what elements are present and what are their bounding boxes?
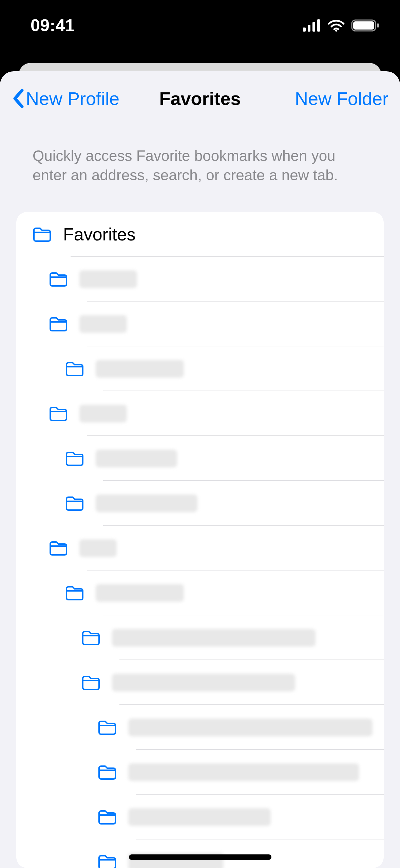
- folder-row[interactable]: [16, 615, 384, 660]
- chevron-left-icon: [12, 88, 24, 109]
- folder-icon: [98, 720, 128, 735]
- status-time: 09:41: [31, 16, 75, 35]
- folder-row[interactable]: [16, 839, 384, 868]
- folder-icon: [49, 272, 79, 287]
- folder-row[interactable]: [16, 705, 384, 750]
- folder-row[interactable]: [16, 750, 384, 795]
- folder-icon: [65, 585, 96, 600]
- description-text: Quickly access Favorite bookmarks when y…: [0, 126, 400, 212]
- folder-label: [96, 360, 184, 378]
- folder-icon: [65, 361, 96, 376]
- folder-row[interactable]: [16, 795, 384, 839]
- nav-bar: New Profile Favorites New Folder: [0, 71, 400, 126]
- folder-icon: [81, 630, 112, 645]
- folder-label: [112, 674, 295, 691]
- folder-label: [79, 405, 127, 422]
- folder-row[interactable]: [16, 257, 384, 302]
- folder-label: [128, 719, 373, 736]
- svg-rect-6: [353, 21, 374, 30]
- wifi-icon: [327, 19, 345, 32]
- folder-row[interactable]: [16, 346, 384, 391]
- folder-row[interactable]: [16, 660, 384, 705]
- folder-icon: [33, 227, 63, 242]
- folder-label: [112, 629, 316, 647]
- folder-row[interactable]: Favorites: [16, 212, 384, 257]
- folder-icon: [98, 765, 128, 780]
- back-button[interactable]: New Profile: [12, 88, 119, 109]
- folder-row[interactable]: [16, 481, 384, 526]
- folder-label: [128, 808, 271, 826]
- folder-label: [96, 450, 177, 467]
- page-title: Favorites: [159, 88, 241, 109]
- folder-label: [96, 494, 197, 512]
- folder-label: [96, 584, 184, 602]
- back-label: New Profile: [26, 88, 119, 109]
- folder-label: [79, 315, 127, 333]
- folder-label: [79, 539, 117, 557]
- svg-rect-2: [312, 22, 315, 32]
- battery-icon: [351, 19, 380, 32]
- new-folder-button[interactable]: New Folder: [295, 88, 388, 109]
- status-indicators: [303, 19, 380, 32]
- svg-point-4: [335, 30, 337, 32]
- folder-row[interactable]: [16, 571, 384, 615]
- folder-row[interactable]: [16, 526, 384, 571]
- folder-icon: [49, 541, 79, 556]
- folder-row[interactable]: [16, 391, 384, 436]
- folder-icon: [81, 675, 112, 690]
- folder-label: [128, 763, 359, 781]
- folder-icon: [65, 451, 96, 466]
- folder-icon: [49, 406, 79, 421]
- folder-icon: [49, 317, 79, 331]
- folder-icon: [98, 810, 128, 825]
- status-bar: 09:41: [0, 0, 400, 51]
- folder-icon: [65, 496, 96, 511]
- cellular-icon: [303, 19, 321, 32]
- svg-rect-0: [303, 28, 306, 32]
- favorites-sheet: New Profile Favorites New Folder Quickly…: [0, 71, 400, 868]
- folder-row[interactable]: [16, 302, 384, 346]
- svg-rect-3: [317, 19, 320, 32]
- folder-icon: [98, 854, 128, 868]
- folder-list: Favorites: [16, 212, 384, 868]
- folder-label: Favorites: [63, 224, 136, 245]
- svg-rect-7: [377, 23, 379, 28]
- svg-rect-1: [308, 25, 310, 32]
- folder-row[interactable]: [16, 436, 384, 481]
- home-indicator[interactable]: [129, 854, 271, 860]
- folder-label: [79, 270, 137, 288]
